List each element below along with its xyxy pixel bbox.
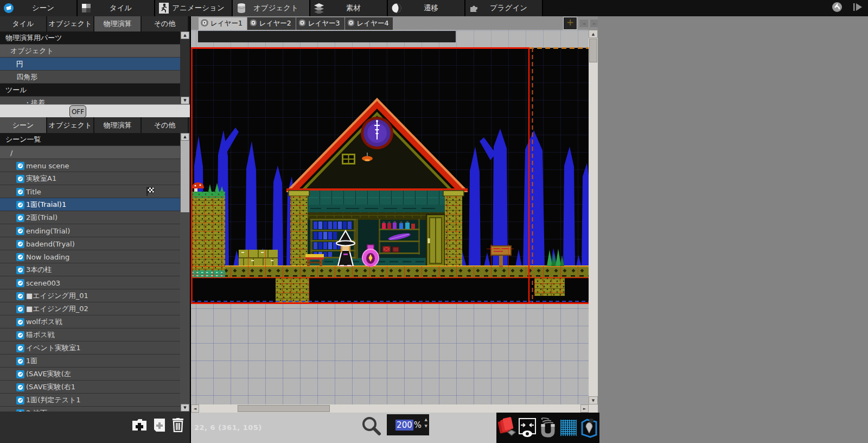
tab-object[interactable]: オブジェクト	[233, 0, 310, 16]
scroll-up-arrow[interactable]: ▲	[181, 133, 189, 141]
add-layer-button[interactable]: +	[563, 17, 577, 30]
scroll-left-arrow[interactable]: ◄	[191, 404, 199, 413]
play-button[interactable]	[853, 2, 864, 15]
scene-list-item[interactable]: Now loading	[0, 250, 180, 263]
scene-list-item[interactable]: scene003	[0, 276, 180, 289]
canvas-margin-bottom	[191, 304, 589, 404]
layer-tab[interactable]: レイヤー4	[345, 17, 393, 30]
tab-tile[interactable]: タイル	[78, 0, 155, 16]
grid-tool-button[interactable]	[559, 416, 578, 440]
panel-tab[interactable]: オブジェクト	[47, 16, 93, 31]
panel-tab[interactable]: 物理演算	[94, 117, 141, 133]
scroll-down-arrow[interactable]: ▼	[181, 404, 189, 412]
scene-list-item[interactable]: 猫ボス戦	[0, 328, 180, 341]
scrollbar-thumb[interactable]	[589, 39, 597, 62]
layer-tab[interactable]: レイヤー3	[296, 17, 344, 30]
workspace-empty-area	[598, 16, 868, 413]
physics-parts-list: 物理演算用パーツ オブジェクト 円 四角形 ツール ・接着	[0, 31, 180, 104]
physics-off-toggle[interactable]: OFF	[69, 105, 86, 118]
scene-list-item[interactable]: /	[0, 146, 180, 159]
panel-tab[interactable]: タイル	[0, 16, 46, 31]
canvas-margin-top	[191, 30, 589, 48]
scene-thumbnail-icon	[16, 214, 24, 222]
scene-list-item[interactable]: 1面	[0, 355, 180, 368]
scene-thumbnail-icon	[16, 188, 24, 196]
scene-list: シーン一覧 / menu scene 実験室A1	[0, 133, 180, 412]
scene-list-item[interactable]: ending(Trial)	[0, 224, 180, 237]
physics-list-item[interactable]: 四角形	[0, 71, 180, 84]
tab-transition[interactable]: 遷移	[388, 0, 465, 16]
scene-list-item[interactable]: Title	[0, 185, 180, 198]
workspace-empty-area	[599, 413, 868, 443]
map-flag-tool-button[interactable]	[579, 416, 599, 440]
scene-thumbnail-icon	[16, 383, 24, 391]
physics-list-item[interactable]: 円	[0, 58, 180, 71]
scene-list-item[interactable]: ■エイジング用_02	[0, 302, 180, 315]
scene-thumbnail-icon	[16, 344, 24, 352]
scrollbar-thumb[interactable]	[238, 405, 330, 412]
scene-list-item[interactable]: 2面(Trial)	[0, 211, 180, 224]
scene-list-item[interactable]: (SAVE実験(右1	[0, 381, 180, 394]
zoom-input[interactable]: 200% ▲▼	[387, 414, 429, 435]
scene-list-item[interactable]: 1面(Traial)1	[0, 198, 180, 211]
converge-view-tool-button[interactable]	[518, 416, 537, 440]
scene-thumbnail-icon	[16, 292, 24, 300]
scene-list-item[interactable]: 2:地下	[0, 407, 180, 412]
tab-material[interactable]: 素材	[310, 0, 388, 16]
physics-list-item[interactable]: ・接着	[0, 97, 180, 104]
physics-list-item[interactable]: オブジェクト	[0, 45, 180, 58]
scroll-down-arrow[interactable]: ▼	[589, 396, 598, 404]
canvas-status-bar: 22, 6 (361, 105) 200% ▲▼	[191, 413, 599, 443]
panel-tab[interactable]: 物理演算	[94, 16, 141, 31]
scroll-up-arrow[interactable]: ▲	[181, 31, 189, 39]
scene-list-item[interactable]: 1面(判定テスト1	[0, 394, 180, 407]
add-scene-button[interactable]	[152, 417, 167, 433]
panel-tab[interactable]: シーン	[0, 117, 46, 133]
scene-list-item[interactable]: badend(Tryal)	[0, 237, 180, 250]
scrollbar-thumb[interactable]	[181, 141, 189, 212]
undo-button[interactable]	[831, 1, 843, 15]
zoom-spinner[interactable]: ▲▼	[425, 418, 427, 428]
scene-list-item[interactable]: シーン一覧	[0, 133, 180, 146]
tab-plugin[interactable]: プラグイン	[465, 0, 543, 16]
scene-thumbnail-icon	[16, 162, 24, 170]
scene-list-item[interactable]: menu scene	[0, 159, 180, 172]
layer-visibility-icon	[298, 19, 306, 28]
scene-list-item[interactable]: wolfボス戦	[0, 315, 180, 328]
magnet-tool-button[interactable]	[538, 416, 558, 440]
physics-list-item[interactable]: 物理演算用パーツ	[0, 31, 180, 45]
delete-button[interactable]	[170, 417, 186, 433]
tile-icon	[80, 2, 93, 15]
scene-canvas[interactable]	[191, 30, 589, 404]
scene-list-item[interactable]: イベント実験室1	[0, 341, 180, 355]
red-layers-tool-button[interactable]	[497, 416, 516, 440]
layer-tab[interactable]: レイヤー2	[247, 17, 296, 30]
canvas-horizontal-scrollbar[interactable]: ◄ ►	[191, 404, 589, 413]
physics-panel-tabs: タイル オブジェクト 物理演算 その他	[0, 16, 190, 31]
scene-list-item[interactable]: 実験室A1	[0, 172, 180, 185]
panel-tab[interactable]: オブジェクト	[47, 117, 93, 133]
tab-animation[interactable]: アニメーション	[155, 0, 233, 16]
scene-thumbnail-icon	[16, 266, 24, 274]
scroll-right-arrow[interactable]: ►	[580, 404, 589, 413]
panel-tab[interactable]: その他	[142, 117, 188, 133]
scene-list-item[interactable]: ■エイジング用_01	[0, 289, 180, 302]
physics-list-item[interactable]: ツール	[0, 84, 180, 97]
physics-list-scrollbar[interactable]: ▲ ▼	[180, 31, 190, 104]
add-folder-button[interactable]	[132, 417, 147, 433]
layer-tab[interactable]: レイヤー1	[199, 17, 247, 30]
scene-list-item[interactable]: 3本の柱	[0, 263, 180, 276]
layer-tab-bar: レイヤー1 レイヤー2 レイヤー3 レイヤー4	[191, 16, 598, 30]
scene-list-scrollbar[interactable]: ▲ ▼	[180, 133, 190, 412]
canvas-vertical-scrollbar[interactable]: ▲ ▼	[589, 30, 598, 404]
panel-tab[interactable]: その他	[142, 16, 188, 31]
plugin-icon	[468, 2, 481, 15]
scene-list-item[interactable]: (SAVE実験(左	[0, 368, 180, 381]
scene-thumbnail-icon	[16, 253, 24, 261]
scroll-down-arrow[interactable]: ▼	[181, 97, 189, 104]
scrollbar-corner	[589, 404, 598, 413]
tab-scene[interactable]: シーン	[0, 0, 78, 16]
scroll-up-arrow[interactable]: ▲	[589, 30, 598, 38]
scene-thumbnail-icon	[16, 201, 24, 209]
scene-thumbnail-icon	[16, 318, 24, 326]
